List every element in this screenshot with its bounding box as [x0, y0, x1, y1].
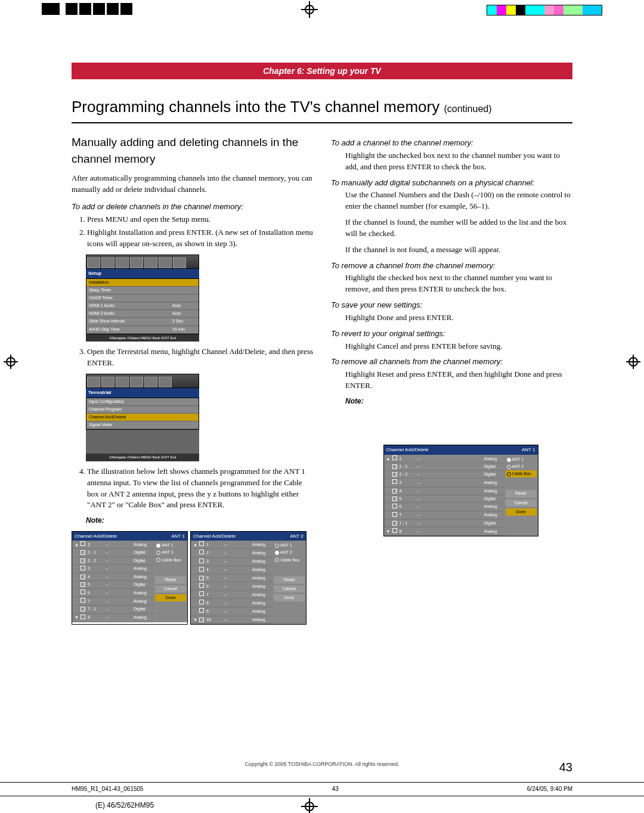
setup-menu-screenshot: Setup InstallationSleep TimerOn/Off Time… — [86, 255, 199, 342]
title-continued: (continued) — [444, 104, 491, 114]
body-text: Highlight Done and press ENTER. — [331, 312, 572, 324]
reg-block — [42, 3, 60, 15]
print-date: 6/24/05, 9:40 PM — [527, 785, 572, 794]
subheading: To save your new settings: — [331, 300, 572, 311]
subheading: To manually add digital subchannels on a… — [331, 178, 572, 189]
step-1: Press MENU and open the Setup menu. — [87, 214, 313, 225]
print-file: HM95_R1_041-43_061505 — [72, 785, 144, 794]
body-text: Highlight Reset and press ENTER, and the… — [331, 369, 572, 392]
page-number: 43 — [559, 759, 572, 776]
body-text: If the channel is not found, a message w… — [331, 244, 572, 256]
page-title: Programming channels into the TV's chann… — [72, 96, 572, 123]
body-text: Use the Channel Numbers and the Dash (–/… — [331, 190, 572, 212]
subheading: To remove all channels from the channel … — [331, 356, 572, 368]
chapter-header: Chapter 6: Setting up your TV — [72, 63, 572, 79]
body-text: Highlight the checked box next to the ch… — [331, 272, 572, 295]
subheading: To add a channel to the channel memory: — [331, 138, 572, 149]
reg-squares — [66, 3, 134, 15]
channel-add-delete-screenshot: Channel Add/DeleteANT 1▲2--Analog✓2 - 1-… — [383, 445, 538, 536]
channel-add-delete-screenshot: Channel Add/DeleteANT 1▲2--Analog✓2 - 1-… — [72, 531, 188, 625]
note-label: Note: — [86, 516, 313, 526]
section-heading: Manually adding and deleting channels in… — [72, 134, 313, 167]
step-4: The illustration below left shows channe… — [87, 466, 313, 511]
crosshair-icon — [301, 1, 318, 18]
title-main: Programming channels into the TV's chann… — [72, 98, 439, 116]
copyright: Copyright © 2005 TOSHIBA CORPORATION. Al… — [0, 761, 644, 768]
body-text: Highlight the unchecked box next to the … — [331, 150, 572, 173]
crosshair-icon — [4, 355, 18, 369]
color-bar — [487, 5, 602, 15]
subheading: To add or delete channels in the channel… — [72, 201, 313, 213]
model-number: (E) 46/52/62HM95 — [95, 800, 154, 811]
subheading: To remove a channel from the channel mem… — [331, 260, 572, 272]
channel-add-delete-screenshot: Channel Add/DeleteANT 2▲1--Analog2--Anal… — [190, 531, 306, 625]
crosshair-icon — [301, 798, 318, 813]
note-label: Note: — [345, 396, 572, 406]
step-3: Open the Terrestrial menu, highlight Cha… — [87, 346, 313, 369]
body-text: Highlight Cancel and press ENTER before … — [331, 341, 572, 352]
intro-text: After automatically programming channels… — [72, 173, 313, 196]
terrestrial-menu-screenshot: Terrestrial Input ConfigurationChannel P… — [86, 374, 199, 461]
crosshair-icon — [626, 355, 640, 369]
print-page: 43 — [332, 785, 339, 794]
body-text: If the channel is found, the number will… — [331, 217, 572, 240]
step-2: Highlight Installation and press ENTER. … — [87, 227, 313, 250]
print-info-bar: HM95_R1_041-43_061505 43 6/24/05, 9:40 P… — [0, 782, 644, 797]
subheading: To revert to your original settings: — [331, 328, 572, 340]
